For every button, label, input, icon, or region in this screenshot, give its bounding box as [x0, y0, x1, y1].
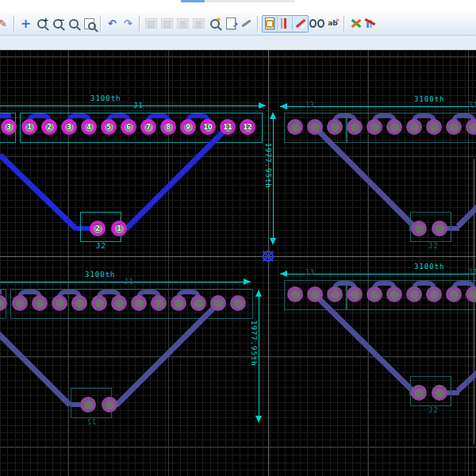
pad-number: 5: [106, 124, 111, 131]
dim-arrow-right: [244, 278, 251, 285]
pad-hole: [450, 123, 459, 132]
dim-arrow-right: [259, 102, 266, 109]
zoom-fit-page-button[interactable]: [82, 16, 97, 31]
pad-hole: [84, 401, 93, 409]
pad-hole: 3: [65, 123, 74, 132]
swap-layers-button[interactable]: [348, 16, 363, 31]
trace-diagonal: [0, 328, 71, 407]
pad-hole: [115, 299, 124, 308]
pad-hole: [106, 401, 114, 409]
pad-number: 9: [186, 124, 190, 131]
pad-number: 2: [95, 225, 100, 232]
pad-hole: 6: [125, 123, 133, 132]
pad-hole: [194, 299, 203, 308]
net-chart-button[interactable]: [364, 16, 379, 31]
zoom-redraw-button[interactable]: [66, 16, 81, 31]
pad-hole: [36, 299, 44, 308]
pad-number: 3: [67, 124, 71, 131]
active-tab-fragment[interactable]: [181, 0, 205, 2]
pad-hole: 2: [94, 225, 102, 233]
ref-label: J1: [468, 101, 476, 109]
pad-hole: [415, 225, 424, 233]
pad-hole: 11: [224, 123, 232, 132]
pad-hole: [214, 299, 223, 308]
pad-hole: 9: [184, 123, 193, 132]
pad-hole: [410, 290, 419, 299]
pad-number: 1: [117, 225, 121, 232]
dim-text: 3100th: [90, 94, 121, 102]
toolbar-separator: [344, 16, 345, 32]
toolbar-separator: [257, 16, 259, 32]
pad-number: 7: [146, 124, 151, 131]
ref-label: J3: [305, 268, 315, 276]
pad-hole: [331, 290, 340, 299]
toolbar-separator: [13, 16, 15, 32]
ref-label: J1: [468, 268, 476, 276]
pad-hole: [351, 123, 359, 132]
ref-label: J2: [428, 242, 439, 250]
dim-text: 3100th: [414, 95, 445, 103]
pad-hole: [430, 123, 439, 132]
dim-arrow-down: [255, 416, 262, 423]
pad-hole: [234, 299, 243, 308]
toggle-diagonal-tracks-button[interactable]: [293, 16, 308, 31]
dim-text: 3100th: [414, 263, 445, 271]
find-button[interactable]: [309, 16, 324, 31]
probe-tool-button[interactable]: [239, 16, 254, 31]
pad-hole: 3: [5, 123, 13, 132]
zone-unfill-a-button: ▨: [144, 16, 159, 31]
pad-number: 2: [47, 124, 52, 131]
pad-hole: 2: [45, 123, 54, 132]
dim-arrow-left: [280, 103, 287, 109]
zone-fill-button: ▦: [175, 16, 190, 31]
dim-line-vertical: [273, 113, 274, 244]
pad-hole: [470, 290, 476, 299]
pad-hole: [16, 299, 25, 308]
pcb-canvas[interactable]: 3100thJ1312345678910111221J23100thJ3J1J2…: [0, 50, 476, 476]
dim-text-vertical: 1977.95th: [264, 143, 272, 189]
pad-hole: [75, 299, 84, 308]
pad-hole: [311, 290, 320, 299]
pad-hole: [331, 123, 340, 132]
pad-hole: [436, 225, 444, 233]
zoom-selection-button[interactable]: ★: [207, 16, 222, 31]
pad-number: 3: [6, 124, 11, 131]
zoom-in-button[interactable]: +: [34, 16, 49, 31]
edit-tool-button[interactable]: ✎: [0, 16, 10, 31]
pad-hole: [291, 290, 300, 299]
toggle-sheet-view-button[interactable]: [263, 16, 278, 31]
pad-hole: [450, 290, 459, 299]
pad-hole: [436, 389, 444, 397]
trace-diagonal: [0, 152, 78, 230]
import-file-button[interactable]: ↗: [223, 16, 238, 31]
pad-number: 1: [27, 124, 32, 131]
grid-major-h: [0, 447, 476, 447]
pad-number: 12: [243, 124, 251, 131]
pad-hole: [311, 123, 320, 132]
ref-label: J3: [305, 101, 315, 109]
dim-arrow-up: [270, 112, 276, 119]
toggle-vertical-tracks-button[interactable]: [278, 16, 293, 31]
grid-major-h: [0, 56, 476, 57]
pad-hole: [370, 123, 379, 132]
inactive-tab-fragment[interactable]: [205, 0, 295, 2]
pad-hole: [56, 299, 64, 308]
toolbar-separator: [139, 16, 140, 32]
ref-label: J2: [86, 418, 97, 426]
toggle-group: [262, 15, 309, 33]
zoom-out-button[interactable]: −: [50, 16, 65, 31]
pad-hole: 8: [164, 123, 173, 132]
pad-number: 10: [203, 124, 212, 131]
pan-tool-button[interactable]: +: [18, 16, 33, 31]
redo-button[interactable]: ↷: [121, 16, 136, 31]
find-marker-button[interactable]: ab»: [325, 16, 340, 31]
pad-hole: [390, 290, 399, 299]
zone-unfill-b-button: ▨: [159, 16, 175, 31]
pad-hole: 1: [115, 225, 124, 233]
top-tab-strip: [0, 0, 476, 12]
pad-hole: 1: [25, 123, 34, 132]
main-toolbar: ✎++−↶↷▨▨▦▦★↗ab»: [0, 12, 476, 36]
undo-button[interactable]: ↶: [105, 16, 120, 31]
dim-text: 3100th: [85, 271, 116, 278]
pad-hole: 10: [204, 123, 213, 132]
